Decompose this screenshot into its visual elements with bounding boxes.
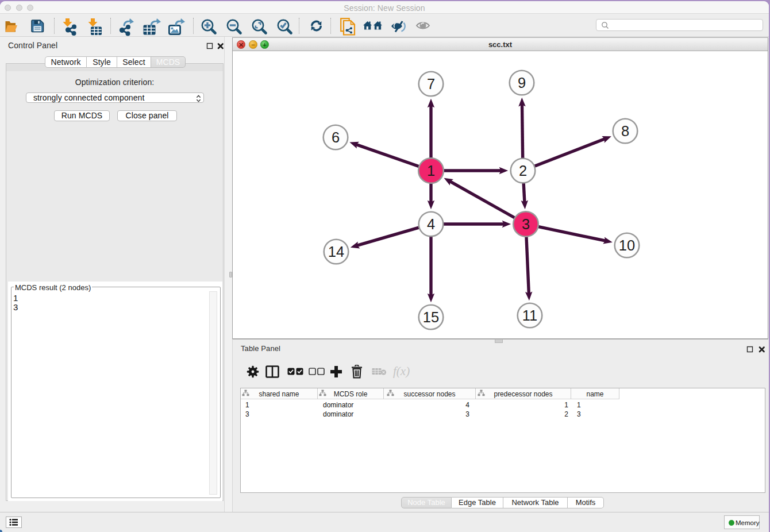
svg-text:11: 11 bbox=[522, 307, 537, 323]
svg-text:1: 1 bbox=[427, 163, 435, 179]
svg-text:9: 9 bbox=[518, 75, 526, 91]
svg-text:6: 6 bbox=[332, 129, 340, 145]
svg-text:14: 14 bbox=[328, 244, 344, 260]
svg-text:8: 8 bbox=[621, 123, 629, 139]
svg-text:4: 4 bbox=[427, 216, 435, 232]
svg-text:15: 15 bbox=[423, 309, 439, 325]
svg-text:3: 3 bbox=[522, 216, 530, 232]
svg-text:7: 7 bbox=[427, 76, 435, 92]
svg-text:10: 10 bbox=[619, 237, 635, 253]
svg-text:2: 2 bbox=[519, 163, 527, 179]
